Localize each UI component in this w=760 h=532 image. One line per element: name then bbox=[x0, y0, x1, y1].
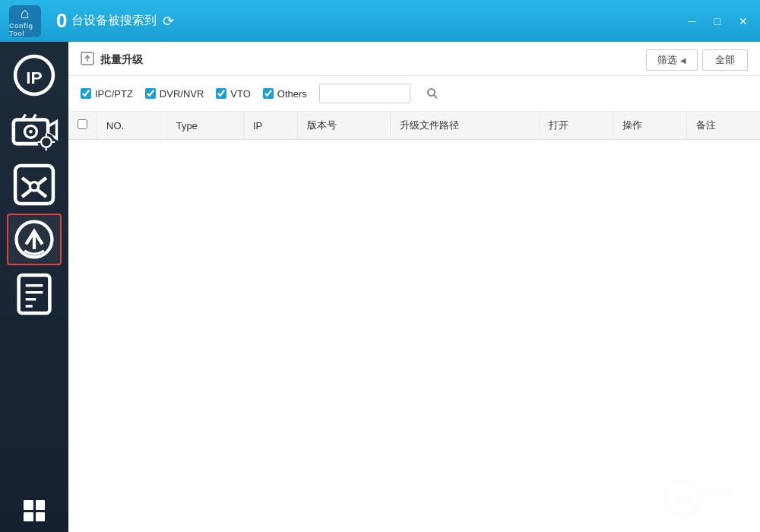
checkbox-vto-label: VTO bbox=[230, 88, 251, 100]
th-action: 操作 bbox=[613, 112, 687, 140]
toolbar: 批量升级 筛选 ◀ 全部 bbox=[68, 42, 760, 76]
grid-cell-4 bbox=[36, 512, 46, 522]
sidebar-item-tools[interactable] bbox=[7, 159, 62, 211]
log-icon bbox=[8, 268, 60, 320]
table-area: NO. Type IP 版本号 升级文件路径 打开 操作 备注 bbox=[68, 112, 760, 532]
filter-chevron-icon: ◀ bbox=[680, 56, 686, 65]
th-type: Type bbox=[166, 112, 243, 140]
search-icon bbox=[426, 87, 439, 100]
grid-cell-2 bbox=[36, 500, 46, 510]
upgrade-icon bbox=[10, 215, 59, 264]
svg-point-27 bbox=[428, 89, 435, 96]
filter-controls: 筛选 ◀ 全部 bbox=[646, 49, 748, 71]
titlebar: ⌂ Config Tool 0 台设备被搜索到 ⟳ ─ □ ✕ bbox=[0, 0, 760, 42]
th-ip: IP bbox=[243, 112, 297, 140]
sidebar: IP bbox=[0, 42, 68, 532]
restore-button[interactable]: □ bbox=[710, 14, 725, 28]
search-button[interactable] bbox=[423, 84, 442, 103]
refresh-icon[interactable]: ⟳ bbox=[163, 13, 174, 30]
svg-text:IP: IP bbox=[26, 68, 42, 87]
checkbox-vto-input[interactable] bbox=[216, 88, 226, 99]
checkbox-others-label: Others bbox=[277, 88, 307, 100]
title-label: 台设备被搜索到 bbox=[71, 13, 157, 29]
sidebar-item-upgrade[interactable] bbox=[7, 214, 62, 265]
main-layout: IP bbox=[0, 42, 760, 532]
window-controls: ─ □ ✕ bbox=[684, 14, 752, 28]
th-checkbox bbox=[68, 112, 97, 140]
checkbox-vto[interactable]: VTO bbox=[216, 88, 251, 100]
batch-upgrade-title: 批量升级 bbox=[100, 53, 143, 67]
checkbox-dvr[interactable]: DVR/NVR bbox=[145, 88, 204, 100]
sidebar-bottom-grid[interactable] bbox=[24, 500, 45, 521]
checkbox-ipc-input[interactable] bbox=[81, 88, 91, 99]
upload-icon bbox=[81, 52, 94, 65]
th-upgrade-path: 升级文件路径 bbox=[390, 112, 539, 140]
content-area: 批量升级 筛选 ◀ 全部 IPC/PTZ DVR/NVR bbox=[68, 42, 760, 532]
checkbox-others-input[interactable] bbox=[263, 88, 274, 99]
grid-cell-1 bbox=[24, 500, 33, 510]
close-button[interactable]: ✕ bbox=[734, 14, 752, 28]
svg-line-28 bbox=[434, 95, 437, 98]
th-no: NO. bbox=[97, 112, 167, 140]
svg-rect-20 bbox=[19, 275, 50, 313]
filter-bar: IPC/PTZ DVR/NVR VTO Others bbox=[68, 76, 760, 112]
tools-icon bbox=[8, 159, 60, 211]
filter-button[interactable]: 筛选 ◀ bbox=[646, 49, 698, 71]
all-button[interactable]: 全部 bbox=[702, 49, 748, 71]
batch-upgrade-icon bbox=[81, 52, 94, 68]
checkbox-others[interactable]: Others bbox=[263, 88, 307, 100]
checkbox-ipc-label: IPC/PTZ bbox=[95, 88, 133, 100]
logo-area: ⌂ Config Tool bbox=[9, 5, 41, 37]
search-input[interactable] bbox=[319, 84, 410, 103]
select-all-checkbox[interactable] bbox=[78, 119, 87, 129]
checkbox-dvr-input[interactable] bbox=[145, 88, 156, 99]
table-header-row: NO. Type IP 版本号 升级文件路径 打开 操作 备注 bbox=[68, 112, 760, 140]
sidebar-item-ip[interactable]: IP bbox=[7, 49, 62, 101]
checkbox-ipc[interactable]: IPC/PTZ bbox=[81, 88, 133, 100]
device-table: NO. Type IP 版本号 升级文件路径 打开 操作 备注 bbox=[68, 112, 760, 140]
camera-icon bbox=[8, 104, 60, 156]
minimize-button[interactable]: ─ bbox=[684, 14, 701, 28]
svg-point-5 bbox=[29, 130, 33, 134]
logo-house-icon: ⌂ bbox=[21, 5, 30, 21]
logo-text: Config Tool bbox=[9, 22, 41, 37]
th-remark: 备注 bbox=[687, 112, 760, 140]
sidebar-item-log[interactable] bbox=[7, 268, 62, 320]
sidebar-item-camera[interactable] bbox=[7, 104, 62, 156]
ip-icon: IP bbox=[8, 49, 60, 101]
grid-layout-icon bbox=[24, 500, 45, 521]
grid-cell-3 bbox=[24, 512, 33, 522]
th-version: 版本号 bbox=[297, 112, 390, 140]
svg-point-17 bbox=[30, 182, 38, 191]
checkbox-dvr-label: DVR/NVR bbox=[160, 88, 204, 100]
th-open: 打开 bbox=[540, 112, 613, 140]
logo-box: ⌂ Config Tool bbox=[9, 5, 41, 37]
device-count: 0 bbox=[56, 9, 67, 33]
